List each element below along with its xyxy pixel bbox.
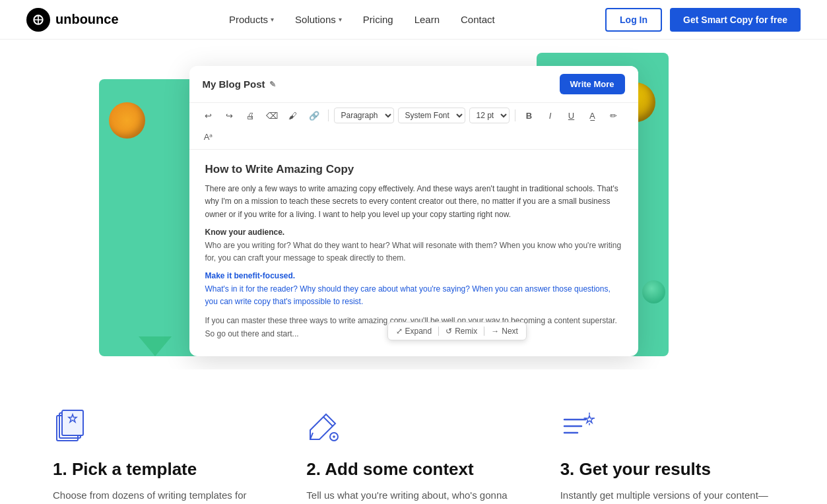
- redo-button[interactable]: ↪: [221, 107, 238, 124]
- step-2-number: 2. Add some context: [306, 459, 520, 480]
- editor-para-3: What's in it for the reader? Why should …: [205, 283, 622, 308]
- step-1-icon: [53, 409, 267, 446]
- nav-item-pricing[interactable]: Pricing: [363, 14, 393, 25]
- toolbar-divider-2: [515, 110, 515, 121]
- context-divider: [438, 327, 439, 336]
- step-1: 1. Pick a template Choose from dozens of…: [53, 409, 267, 504]
- context-menu: ⤢ Expand ↺ Remix → Next: [387, 322, 527, 340]
- login-button[interactable]: Log In: [605, 8, 662, 32]
- nav-links: Products ▾ Solutions ▾ Pricing Learn Con…: [229, 14, 495, 25]
- format-button[interactable]: ⌫: [263, 107, 281, 124]
- context-next[interactable]: → Next: [491, 327, 518, 336]
- deco-circle-green: [642, 280, 665, 303]
- main-nav: unbounce Products ▾ Solutions ▾ Pricing …: [0, 0, 827, 40]
- deco-circle-orange: [109, 102, 145, 139]
- font-select[interactable]: System Font: [398, 108, 465, 123]
- text-color-button[interactable]: A̲: [584, 107, 601, 124]
- bold-button[interactable]: B: [521, 107, 538, 124]
- expand-icon: ⤢: [396, 327, 403, 336]
- size-select[interactable]: 12 pt: [469, 108, 510, 123]
- next-icon: →: [491, 327, 499, 336]
- write-more-button[interactable]: Write More: [560, 74, 625, 94]
- editor-toolbar: ↩ ↪ 🖨 ⌫ 🖌 🔗 Paragraph System Font 12 pt …: [189, 103, 638, 150]
- chevron-down-icon: ▾: [339, 16, 342, 23]
- step-1-desc: Choose from dozens of writing templates …: [53, 488, 267, 504]
- editor-para-2: Who are you writing for? What do they wa…: [205, 239, 622, 265]
- context-remix[interactable]: ↺ Remix: [446, 327, 477, 336]
- step-2: 2. Add some context Tell us what you're …: [306, 409, 520, 504]
- cta-button[interactable]: Get Smart Copy for free: [670, 8, 801, 32]
- nav-item-solutions[interactable]: Solutions ▾: [295, 14, 342, 25]
- underline-button[interactable]: U: [563, 107, 580, 124]
- step-3-number: 3. Get your results: [560, 459, 774, 480]
- editor-subhead-1: Know your audience.: [205, 228, 622, 237]
- toolbar-divider: [328, 110, 329, 121]
- step-2-icon: [306, 409, 520, 446]
- nav-item-products[interactable]: Products ▾: [229, 14, 274, 25]
- nav-item-learn[interactable]: Learn: [414, 14, 440, 25]
- editor-subhead-2: Make it benefit-focused.: [205, 271, 622, 280]
- editor-titlebar: My Blog Post ✎ Write More: [189, 66, 638, 103]
- highlight-button[interactable]: ✏: [605, 107, 622, 124]
- editor-para-1: There are only a few ways to write amazi…: [205, 183, 622, 221]
- editor-heading: How to Write Amazing Copy: [205, 163, 622, 176]
- paint-button[interactable]: 🖌: [284, 107, 302, 124]
- edit-icon[interactable]: ✎: [269, 80, 276, 89]
- step-1-number: 1. Pick a template: [53, 459, 267, 480]
- steps-section: 1. Pick a template Choose from dozens of…: [0, 369, 827, 504]
- step-3-desc: Instantly get multiple versions of your …: [560, 488, 774, 504]
- remix-icon: ↺: [446, 327, 452, 336]
- nav-item-contact[interactable]: Contact: [461, 14, 495, 25]
- context-expand[interactable]: ⤢ Expand: [396, 327, 432, 336]
- step-2-desc: Tell us what you're writing about, who's…: [306, 488, 520, 504]
- paragraph-select[interactable]: Paragraph: [334, 108, 394, 123]
- undo-button[interactable]: ↩: [200, 107, 217, 124]
- editor-body: How to Write Amazing Copy There are only…: [189, 150, 638, 356]
- font-size-button[interactable]: Aᵃ: [200, 128, 217, 145]
- print-button[interactable]: 🖨: [242, 107, 259, 124]
- chevron-down-icon: ▾: [271, 16, 274, 23]
- triangle-deco: [139, 336, 172, 356]
- italic-button[interactable]: I: [542, 107, 559, 124]
- link-button[interactable]: 🔗: [306, 107, 323, 124]
- context-divider-2: [484, 327, 484, 336]
- nav-actions: Log In Get Smart Copy for free: [605, 8, 801, 32]
- editor-title: My Blog Post ✎: [203, 79, 276, 90]
- logo[interactable]: unbounce: [26, 8, 119, 32]
- hero-section: My Blog Post ✎ Write More ↩ ↪ 🖨 ⌫ 🖌 🔗 Pa…: [0, 40, 827, 369]
- editor-window: My Blog Post ✎ Write More ↩ ↪ 🖨 ⌫ 🖌 🔗 Pa…: [189, 66, 638, 356]
- logo-text: unbounce: [55, 12, 119, 27]
- step-3-icon: [560, 409, 774, 446]
- logo-icon: [26, 8, 50, 32]
- step-3: 3. Get your results Instantly get multip…: [560, 409, 774, 504]
